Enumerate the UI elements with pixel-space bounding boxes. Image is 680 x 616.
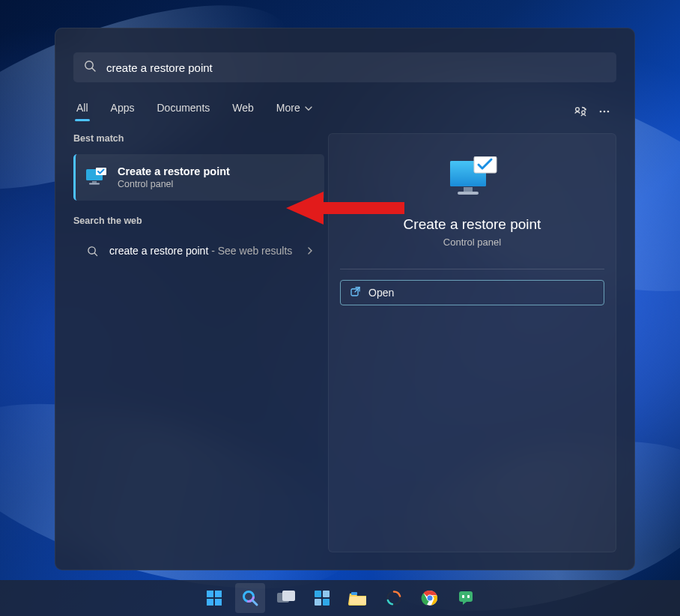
svg-point-3 bbox=[582, 111, 585, 114]
svg-rect-34 bbox=[351, 592, 357, 595]
more-options-icon[interactable] bbox=[592, 100, 616, 123]
open-external-icon bbox=[350, 286, 361, 299]
tab-all[interactable]: All bbox=[73, 102, 91, 121]
svg-rect-20 bbox=[207, 591, 213, 597]
svg-rect-31 bbox=[315, 599, 321, 606]
chevron-down-icon bbox=[303, 102, 312, 114]
tab-more-label: More bbox=[276, 102, 300, 114]
svg-point-4 bbox=[600, 111, 602, 113]
svg-rect-33 bbox=[350, 597, 366, 605]
detail-title: Create a restore point bbox=[340, 216, 604, 233]
svg-rect-9 bbox=[89, 183, 100, 185]
account-sync-icon[interactable] bbox=[568, 100, 592, 123]
taskbar bbox=[0, 580, 680, 616]
search-filter-row: All Apps Documents Web More bbox=[73, 99, 616, 124]
svg-rect-15 bbox=[464, 187, 473, 192]
svg-point-6 bbox=[607, 111, 610, 113]
best-match-title: Create a restore point bbox=[118, 165, 230, 177]
chevron-right-icon bbox=[303, 246, 317, 255]
search-icon bbox=[84, 60, 96, 75]
separator bbox=[340, 269, 604, 269]
search-icon bbox=[84, 246, 100, 257]
windows-search-flyout: All Apps Documents Web More Best match bbox=[55, 28, 635, 570]
tab-apps[interactable]: Apps bbox=[108, 102, 138, 121]
svg-rect-8 bbox=[92, 181, 97, 183]
open-button-label: Open bbox=[368, 287, 394, 299]
tab-web[interactable]: Web bbox=[229, 102, 257, 121]
svg-rect-39 bbox=[459, 591, 473, 602]
taskbar-search-button[interactable] bbox=[235, 583, 265, 613]
monitor-check-icon bbox=[340, 156, 604, 200]
web-result-text: create a restore point - See web results bbox=[109, 244, 303, 258]
svg-rect-29 bbox=[315, 591, 321, 597]
svg-point-11 bbox=[88, 247, 94, 254]
taskbar-task-view-button[interactable] bbox=[271, 583, 301, 613]
svg-point-5 bbox=[604, 111, 606, 113]
svg-rect-21 bbox=[215, 591, 222, 597]
monitor-check-icon bbox=[83, 166, 109, 189]
taskbar-chrome-button[interactable] bbox=[415, 583, 445, 613]
svg-rect-23 bbox=[215, 599, 222, 606]
svg-line-12 bbox=[94, 253, 97, 255]
best-match-result[interactable]: Create a restore point Control panel bbox=[73, 154, 324, 201]
taskbar-file-explorer-button[interactable] bbox=[343, 583, 373, 613]
taskbar-start-button[interactable] bbox=[199, 583, 229, 613]
best-match-subtitle: Control panel bbox=[118, 179, 230, 189]
detail-subtitle: Control panel bbox=[340, 237, 604, 248]
section-best-match-label: Best match bbox=[73, 133, 324, 144]
taskbar-loading-app-icon[interactable] bbox=[379, 583, 409, 613]
svg-rect-40 bbox=[462, 595, 464, 598]
svg-rect-28 bbox=[282, 591, 295, 601]
taskbar-chat-button[interactable] bbox=[451, 583, 481, 613]
svg-rect-16 bbox=[458, 192, 479, 195]
section-search-web-label: Search the web bbox=[73, 216, 324, 226]
svg-rect-32 bbox=[323, 599, 330, 606]
svg-point-2 bbox=[576, 108, 580, 112]
search-input[interactable] bbox=[105, 61, 606, 75]
svg-line-1 bbox=[92, 68, 95, 71]
taskbar-widgets-button[interactable] bbox=[307, 583, 337, 613]
tab-documents[interactable]: Documents bbox=[154, 102, 213, 121]
result-detail-pane: Create a restore point Control panel Ope… bbox=[328, 133, 616, 552]
tab-more[interactable]: More bbox=[273, 102, 315, 121]
open-button[interactable]: Open bbox=[340, 280, 604, 305]
svg-line-26 bbox=[253, 601, 258, 606]
search-bar[interactable] bbox=[73, 52, 616, 82]
svg-point-38 bbox=[428, 596, 433, 601]
svg-rect-41 bbox=[467, 595, 470, 598]
search-results-column: Best match Create a restore point Contro… bbox=[73, 133, 324, 266]
web-search-result[interactable]: create a restore point - See web results bbox=[73, 237, 324, 266]
svg-rect-30 bbox=[323, 591, 330, 597]
svg-rect-22 bbox=[207, 599, 213, 606]
